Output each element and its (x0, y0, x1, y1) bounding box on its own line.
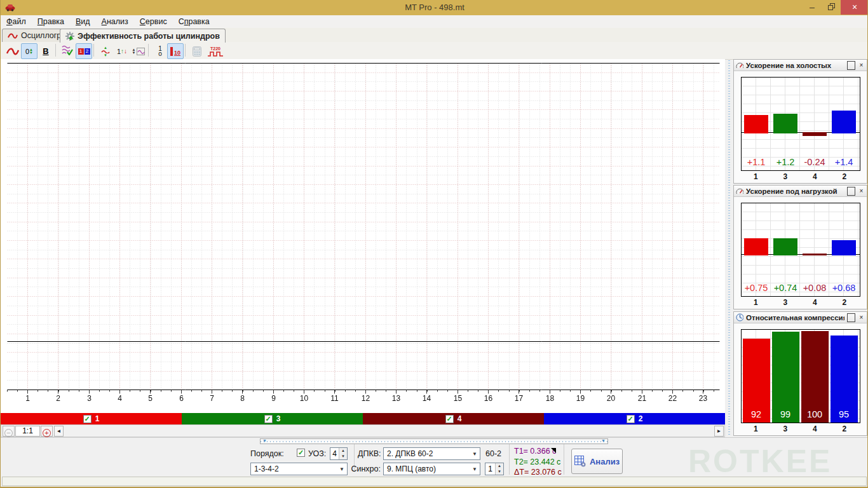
category-label: 2 (830, 172, 860, 181)
dpkv-select[interactable]: 2. ДПКВ 60-2▼ (383, 447, 480, 460)
bar-value: 99 (771, 409, 800, 419)
menu-item[interactable]: Вид (70, 16, 96, 27)
sine-wave-icon (6, 47, 19, 56)
cylinder-segment: ✓3 (182, 413, 363, 424)
cylinder-checkbox[interactable]: ✓ (83, 415, 92, 423)
panel-accel-load: Ускорение под нагрузкой × +0.75+0.74+0.0… (733, 185, 867, 309)
zoom-out-button[interactable]: − (3, 426, 15, 437)
one-arrow-icon: 1↑↓ (117, 48, 127, 55)
menu-item[interactable]: Файл (1, 16, 32, 27)
panel-accel-idle: Ускорение на холостых × +1.1+1.2-0.24+1.… (733, 59, 867, 184)
bar-value: -0.24 (800, 157, 829, 167)
cylinder-number: 2 (639, 414, 643, 423)
corner-marker (551, 448, 556, 453)
menu-item[interactable]: Справка (173, 16, 215, 27)
category-label: 4 (800, 298, 830, 307)
bars-scale-button[interactable]: 10 (167, 43, 184, 59)
smooth-signals-button[interactable] (59, 43, 76, 59)
t2-value: T2= 23.442 с (514, 457, 562, 468)
calculator-button[interactable] (189, 43, 205, 59)
sync-select[interactable]: 9. МПЦ (авто)▼ (383, 463, 480, 475)
tab-cylinder-efficiency[interactable]: Эффективность работы цилиндров (60, 29, 226, 43)
menu-item[interactable]: Анализ (96, 16, 134, 27)
controls-panel: ▼ ▼ Порядок: ✓ УОЗ: 4▲▼ 1-3-4-2▼ ДПКВ: 2… (1, 437, 868, 477)
sync-spinner[interactable]: 1▲▼ (485, 463, 504, 475)
cylinder-segment: ✓1 (1, 413, 182, 424)
order-button[interactable]: 1o (152, 43, 168, 59)
scale-range-button[interactable]: ▲▼ (130, 43, 147, 59)
signal-shift-button[interactable]: 1↑↓ (114, 43, 130, 59)
sync-pulse-button[interactable]: T220 (205, 43, 226, 59)
panel-close-button[interactable]: × (858, 314, 865, 322)
zero-level-button[interactable]: 0▲▼ (21, 43, 37, 59)
panel-maximize-button[interactable] (847, 313, 855, 322)
bar-cylinder-3 (773, 238, 797, 255)
panel-header[interactable]: Ускорение на холостых × (734, 60, 867, 71)
signal-wave-button[interactable] (4, 43, 21, 59)
cylinder-checkbox[interactable]: ✓ (264, 415, 273, 423)
bar-cylinder-2 (832, 111, 856, 133)
panel-close-button[interactable]: × (858, 187, 865, 195)
category-label: 3 (771, 298, 801, 307)
title-bar: MT Pro - 498.mt – × (1, 0, 868, 15)
scroll-left-button[interactable]: ◄ (54, 426, 64, 437)
panel-header[interactable]: Ускорение под нагрузкой × (734, 186, 867, 197)
panel-maximize-button[interactable] (847, 61, 855, 70)
main-chart-canvas[interactable] (1, 59, 725, 413)
spinner-arrows-icon[interactable]: ▲▼ (495, 463, 503, 475)
bar-value: +0.75 (742, 283, 771, 293)
panel-close-button[interactable]: × (858, 62, 865, 69)
category-label: 4 (800, 172, 830, 181)
chevron-down-icon: ▼ (339, 466, 344, 472)
horizontal-splitter[interactable]: ▼ ▼ (260, 438, 608, 444)
analyze-button[interactable]: Анализ (571, 449, 623, 474)
toolbar-separator (55, 44, 56, 57)
bar-cylinder-2 (832, 240, 856, 255)
cylinder-checkbox[interactable]: ✓ (445, 415, 454, 423)
cylinder-band: ✓1✓3✓4✓2 (1, 413, 725, 424)
panel-relative-compression: Относительная компрессия × 929910095 134… (733, 311, 867, 436)
window-title: MT Pro - 498.mt (1, 3, 868, 12)
bold-button[interactable]: B (37, 43, 54, 59)
restore-icon (828, 3, 835, 10)
order-select[interactable]: 1-3-4-2▼ (250, 463, 348, 475)
autoscale-vertical-button[interactable]: ▲▼ (97, 43, 114, 59)
gauge-icon (736, 187, 743, 195)
minimize-button[interactable]: – (803, 0, 822, 15)
cylinder-checkbox[interactable]: ✓ (627, 415, 635, 423)
arrows-wave-icon: ▲▼ (101, 46, 110, 57)
bar-cylinder-4 (803, 132, 827, 136)
zoom-in-button[interactable]: + (41, 426, 53, 437)
bar-value: 92 (742, 409, 771, 419)
cylinder-segment: ✓4 (363, 413, 544, 424)
cylinder-number: 4 (458, 414, 462, 423)
cylinder-numbers-button[interactable]: 12 (76, 43, 92, 59)
panel-categories: 1342 (741, 172, 859, 181)
panel-chart: +0.75+0.74+0.08+0.68 (741, 203, 860, 297)
category-label: 1 (741, 172, 771, 181)
cylinder-segment: ✓2 (544, 413, 725, 424)
bar-value: 95 (829, 409, 858, 419)
chart-nav-bar: − 1:1 + ◄ ► (1, 424, 725, 437)
panel-splitter[interactable] (726, 59, 733, 437)
panel-header[interactable]: Относительная компрессия × (734, 312, 867, 323)
bar-value: 100 (800, 409, 829, 419)
panel-maximize-button[interactable] (847, 187, 855, 196)
uoz-spinner[interactable]: 4▲▼ (330, 447, 348, 460)
close-button[interactable]: × (841, 0, 868, 15)
dpkv-suffix: 60-2 (485, 449, 501, 458)
panel-title: Ускорение под нагрузкой (746, 187, 844, 195)
t220-pulse-icon: T220 (207, 46, 224, 57)
restore-button[interactable] (822, 0, 841, 15)
menu-item[interactable]: Правка (32, 16, 70, 27)
menu-item[interactable]: Сервис (134, 16, 173, 27)
uoz-checkbox[interactable]: ✓ (297, 449, 305, 457)
panel-title: Относительная компрессия (746, 314, 844, 322)
scroll-right-button[interactable]: ► (714, 426, 724, 437)
panel-categories: 1342 (741, 424, 859, 433)
spinner-arrows-icon[interactable]: ▲▼ (339, 448, 347, 459)
sine-wave-icon (8, 32, 18, 39)
status-bar (2, 477, 867, 486)
cylinder-number: 1 (95, 414, 100, 423)
chevron-down-icon: ▼ (472, 466, 477, 472)
